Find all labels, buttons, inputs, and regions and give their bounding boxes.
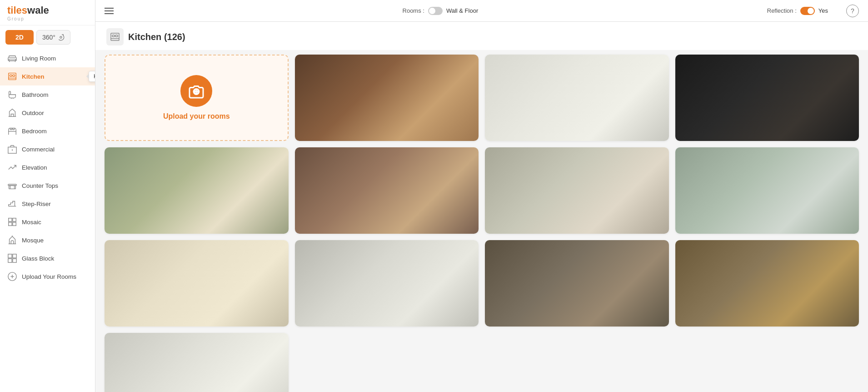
upload-label: Upload your rooms <box>163 112 230 121</box>
upload-icon-circle <box>180 75 212 107</box>
room-icon <box>106 28 124 45</box>
kitchen-image-7[interactable] <box>675 147 859 234</box>
logo-area: tileswale Group <box>0 0 95 25</box>
sidebar-item-label: Step-Riser <box>22 201 51 207</box>
svg-rect-2 <box>9 59 16 61</box>
btn-360[interactable]: 360° <box>36 30 70 45</box>
sidebar-item-glass-block[interactable]: Glass Block <box>0 249 95 267</box>
mosque-icon <box>7 235 17 245</box>
topbar: Rooms : Wall & Floor Reflection : Yes ? <box>95 0 868 22</box>
sidebar-item-step-riser[interactable]: Step-Riser <box>0 195 95 213</box>
sidebar-item-label: Bathroom <box>22 91 49 98</box>
sidebar-item-label: Kitchen <box>22 73 45 80</box>
sidebar-item-label: Mosque <box>22 237 44 244</box>
sidebar-item-elevation[interactable]: Elevation <box>0 158 95 176</box>
svg-rect-32 <box>112 35 115 37</box>
kitchen-image-8[interactable] <box>105 240 289 327</box>
svg-rect-24 <box>8 254 12 258</box>
room-header: Kitchen (126) <box>95 22 868 50</box>
outdoor-icon <box>7 108 17 118</box>
upload-card[interactable]: Upload your rooms <box>105 55 289 141</box>
sidebar-item-label: Upload Your Rooms <box>22 273 76 280</box>
sidebar-item-label: Elevation <box>22 164 47 171</box>
kitchen-icon <box>7 71 17 81</box>
sidebar-item-label: Living Room <box>22 55 56 62</box>
svg-rect-12 <box>13 128 15 130</box>
svg-rect-22 <box>9 222 12 226</box>
sidebar-item-living-room[interactable]: Living Room <box>0 49 95 67</box>
nav-items: Living Room Kitchen Kitchen <box>0 49 95 392</box>
room-title: Kitchen (126) <box>128 32 185 42</box>
svg-rect-6 <box>10 75 12 76</box>
kitchen-image-10[interactable] <box>485 240 669 327</box>
upload-icon <box>7 271 17 281</box>
elevation-icon <box>7 162 17 172</box>
svg-rect-27 <box>13 259 16 262</box>
sidebar-item-label: Outdoor <box>22 110 44 116</box>
stepriser-icon <box>7 199 17 209</box>
sidebar-item-label: Glass Block <box>22 255 54 262</box>
sidebar-item-outdoor[interactable]: Outdoor <box>0 104 95 122</box>
glassblock-icon <box>7 253 17 263</box>
sidebar-item-commercial[interactable]: Commercial <box>0 140 95 158</box>
sidebar-item-label: Mosaic <box>22 219 41 226</box>
logo: tileswale <box>7 5 88 15</box>
sidebar: tileswale Group 2D 360° Living Room <box>0 0 95 392</box>
svg-rect-21 <box>13 218 16 221</box>
svg-rect-33 <box>115 35 118 37</box>
kitchen-image-3[interactable] <box>675 55 859 141</box>
image-grid: Upload your rooms <box>105 55 859 392</box>
kitchen-image-6[interactable] <box>485 147 669 234</box>
logo-subtitle: Group <box>7 16 88 21</box>
kitchen-image-1[interactable] <box>295 55 479 141</box>
reflection-label: Reflection : <box>767 7 797 14</box>
sidebar-item-counter-tops[interactable]: Counter Tops <box>0 176 95 195</box>
svg-rect-23 <box>13 222 16 226</box>
hamburger-menu[interactable] <box>105 8 114 14</box>
sidebar-item-bathroom[interactable]: Bathroom <box>0 85 95 104</box>
rooms-value: Wall & Floor <box>446 7 478 14</box>
sidebar-item-mosque[interactable]: Mosque <box>0 231 95 249</box>
kitchen-image-4[interactable] <box>105 147 289 234</box>
reflection-section: Reflection : Yes <box>767 7 828 15</box>
kitchen-image-2[interactable] <box>485 55 669 141</box>
kitchen-image-5[interactable] <box>295 147 479 234</box>
view-toggle: 2D 360° <box>0 25 95 49</box>
sidebar-item-label: Commercial <box>22 146 55 153</box>
reflection-toggle[interactable] <box>800 7 815 15</box>
kitchen-image-12[interactable] <box>105 333 289 392</box>
reflection-value: Yes <box>818 7 828 14</box>
btn-2d[interactable]: 2D <box>5 30 34 45</box>
svg-point-0 <box>60 36 62 38</box>
commercial-icon <box>7 144 17 154</box>
sidebar-item-upload-your-rooms[interactable]: Upload Your Rooms <box>0 267 95 286</box>
rooms-section: Rooms : Wall & Floor <box>403 7 479 15</box>
svg-rect-11 <box>10 128 12 130</box>
countertops-icon <box>7 181 17 191</box>
bathroom-icon <box>7 90 17 100</box>
help-button[interactable]: ? <box>846 5 859 17</box>
sidebar-item-kitchen[interactable]: Kitchen Kitchen <box>0 67 95 85</box>
sidebar-item-mosaic[interactable]: Mosaic <box>0 213 95 231</box>
mosaic-icon <box>7 217 17 227</box>
kitchen-image-11[interactable] <box>675 240 859 327</box>
bedroom-icon <box>7 126 17 136</box>
svg-rect-25 <box>13 254 16 258</box>
sidebar-item-label: Bedroom <box>22 128 47 135</box>
svg-rect-20 <box>9 218 12 221</box>
sidebar-item-bedroom[interactable]: Bedroom <box>0 122 95 140</box>
kitchen-image-9[interactable] <box>295 240 479 327</box>
sidebar-item-label: Counter Tops <box>22 182 58 189</box>
rooms-label: Rooms : <box>403 7 424 14</box>
svg-rect-26 <box>8 259 12 262</box>
grid-area: Upload your rooms <box>95 50 868 392</box>
kitchen-tooltip: Kitchen <box>89 71 95 82</box>
sofa-icon <box>7 53 17 63</box>
svg-rect-7 <box>13 75 15 76</box>
rooms-toggle[interactable] <box>428 7 443 15</box>
main-content: Rooms : Wall & Floor Reflection : Yes ? <box>95 0 868 392</box>
